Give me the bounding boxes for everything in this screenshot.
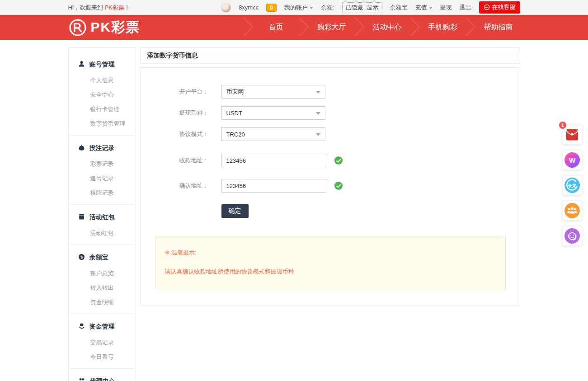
chevron-down-icon xyxy=(429,7,433,9)
changlong-label: 长龙 xyxy=(564,183,580,189)
chevron-down-icon xyxy=(310,7,313,9)
sidebar-divider xyxy=(71,135,133,136)
community-float-button[interactable] xyxy=(562,201,582,221)
floating-sidebar: 1 W 长龙 xyxy=(562,125,582,251)
chevron-down-icon xyxy=(316,91,320,94)
site-logo[interactable]: PK彩票 xyxy=(68,18,141,37)
notification-badge: 1 xyxy=(559,121,567,129)
valid-check-icon xyxy=(334,182,343,190)
username[interactable]: 8xymcc xyxy=(239,4,259,11)
sidebar-item-security-center[interactable]: 安全中心 xyxy=(69,88,136,102)
sidebar-item-chase-records[interactable]: 追号记录 xyxy=(69,171,136,186)
sidebar-section-funds[interactable]: 资金管理 xyxy=(69,318,136,335)
recharge-menu[interactable]: 充值 xyxy=(415,4,433,12)
notice-title: ※ 温馨提示: xyxy=(165,249,496,257)
sidebar-item-account-overview[interactable]: 账户总览 xyxy=(69,266,136,281)
dollar-icon: $ xyxy=(78,254,85,262)
nav-chevron-separator xyxy=(298,14,310,41)
sidebar-item-digital-currency[interactable]: 数字货币管理 xyxy=(69,117,136,131)
changlong-float-button[interactable]: 长龙 xyxy=(562,175,582,195)
chevron-down-icon xyxy=(316,133,320,136)
nav-menu: 首页 购彩大厅 活动中心 手机购彩 帮助指南 xyxy=(242,15,520,40)
svg-text:$: $ xyxy=(80,255,83,259)
sidebar-item-personal-info[interactable]: 个人信息 xyxy=(69,73,136,88)
redpacket-float-button[interactable]: 1 xyxy=(562,125,582,145)
address-input[interactable] xyxy=(221,154,326,167)
currency-select[interactable]: USDT xyxy=(221,106,325,120)
sidebar-divider xyxy=(71,314,133,314)
sidebar-item-lottery-records[interactable]: 彩票记录 xyxy=(69,157,136,171)
currency-select-value: USDT xyxy=(226,110,242,117)
sidebar-item-boardgame-records[interactable]: 棋牌记录 xyxy=(69,186,136,200)
sidebar-section-yuebao[interactable]: $ 余额宝 xyxy=(69,249,136,266)
valid-check-icon xyxy=(334,156,343,165)
currency-label: 提现币种： xyxy=(141,109,209,117)
sidebar-divider xyxy=(71,204,133,205)
balance-label: 余额: xyxy=(321,4,334,12)
nav-item-home[interactable]: 首页 xyxy=(254,23,298,32)
greeting-prefix: Hi，欢迎来到 xyxy=(68,4,105,11)
sidebar-item-funds-detail[interactable]: 资金明细 xyxy=(69,295,136,310)
nav-chevron-separator xyxy=(242,14,254,41)
w-letter: W xyxy=(569,156,575,164)
balance-hidden-box[interactable]: 已隐藏显示 xyxy=(342,2,382,13)
changlong-icon: 长龙 xyxy=(564,178,580,193)
warm-tip-notice: ※ 温馨提示: 请认真确认收款地址所使用的协议模式和提现币种 xyxy=(155,236,506,290)
digital-currency-form-panel: 开户平台： 币安网 提现币种： USDT 协议模式： TRC20 xyxy=(141,67,520,306)
balance-hidden-status: 已隐藏 xyxy=(346,4,363,12)
nav-chevron-separator xyxy=(465,14,477,41)
customer-service-icon xyxy=(484,4,490,10)
avatar[interactable] xyxy=(221,3,231,13)
sidebar-section-account[interactable]: 账号管理 xyxy=(69,56,136,73)
nav-item-lottery-hall[interactable]: 购彩大厅 xyxy=(310,23,353,32)
top-user-bar: Hi，欢迎来到 PK彩票！ 8xymcc 0 我的账户 余额: 已隐藏显示 余额… xyxy=(0,0,588,15)
sidebar-section-title: 代理中心 xyxy=(90,377,115,381)
sidebar-section-agent[interactable]: 代理中心 xyxy=(69,373,136,381)
nav-item-activity-center[interactable]: 活动中心 xyxy=(366,23,409,32)
message-count-badge[interactable]: 0 xyxy=(266,4,277,12)
greeting-text: Hi，欢迎来到 PK彩票！ xyxy=(68,4,130,12)
address-label: 收款地址： xyxy=(141,156,209,165)
w-float-button[interactable]: W xyxy=(562,150,582,170)
protocol-select-value: TRC20 xyxy=(226,131,245,138)
page-title: 添加数字货币信息 xyxy=(141,47,520,64)
sidebar-section-title: 活动红包 xyxy=(89,213,115,221)
logo-ring-icon xyxy=(68,18,87,37)
main-content: 添加数字货币信息 开户平台： 币安网 提现币种： USDT 协议模式： xyxy=(141,47,520,306)
logo-text: PK彩票 xyxy=(91,18,141,37)
confirm-address-label: 确认地址： xyxy=(141,182,209,190)
account-sidebar: 账号管理 个人信息 安全中心 银行卡管理 数字货币管理 投注记录 彩票记录 追号… xyxy=(68,47,136,381)
nav-item-mobile-lottery[interactable]: 手机购彩 xyxy=(421,23,465,32)
sidebar-section-bet-records[interactable]: 投注记录 xyxy=(69,140,136,157)
platform-select-value: 币安网 xyxy=(226,88,244,96)
sidebar-section-title: 余额宝 xyxy=(89,254,108,262)
sidebar-section-title: 投注记录 xyxy=(89,144,115,152)
notice-line: 请认真确认收款地址所使用的协议模式和提现币种 xyxy=(165,268,496,276)
redpacket-icon xyxy=(78,213,85,221)
online-service-label: 在线客服 xyxy=(492,3,516,11)
sidebar-section-title: 资金管理 xyxy=(89,323,115,331)
online-service-button[interactable]: 在线客服 xyxy=(479,1,520,14)
logout-link[interactable]: 退出 xyxy=(460,4,471,12)
submit-button[interactable]: 确定 xyxy=(221,204,249,218)
nav-chevron-separator xyxy=(353,14,366,41)
funds-icon xyxy=(78,323,85,331)
service-float-button[interactable] xyxy=(562,226,582,246)
my-account-menu[interactable]: 我的账户 xyxy=(284,4,313,12)
sidebar-section-redpacket[interactable]: 活动红包 xyxy=(69,209,136,226)
sidebar-item-today-profit[interactable]: 今日盈亏 xyxy=(69,350,136,364)
nav-item-help-guide[interactable]: 帮助指南 xyxy=(477,23,520,32)
sidebar-section-title: 账号管理 xyxy=(89,61,115,69)
service-smiley-icon xyxy=(564,228,580,244)
sidebar-item-activity-redpacket[interactable]: 活动红包 xyxy=(69,226,136,240)
withdraw-link[interactable]: 提现 xyxy=(440,4,452,12)
sidebar-item-transfer-in-out[interactable]: 转入转出 xyxy=(69,281,136,295)
sidebar-item-transaction-records[interactable]: 交易记录 xyxy=(69,335,136,350)
yuebao-link[interactable]: 余额宝 xyxy=(390,4,408,12)
balance-show-button[interactable]: 显示 xyxy=(367,4,379,12)
moneybag-icon xyxy=(78,144,85,152)
platform-select[interactable]: 币安网 xyxy=(221,85,325,99)
sidebar-item-bank-card[interactable]: 银行卡管理 xyxy=(69,102,136,117)
confirm-address-input[interactable] xyxy=(221,179,326,193)
protocol-select[interactable]: TRC20 xyxy=(221,127,325,141)
